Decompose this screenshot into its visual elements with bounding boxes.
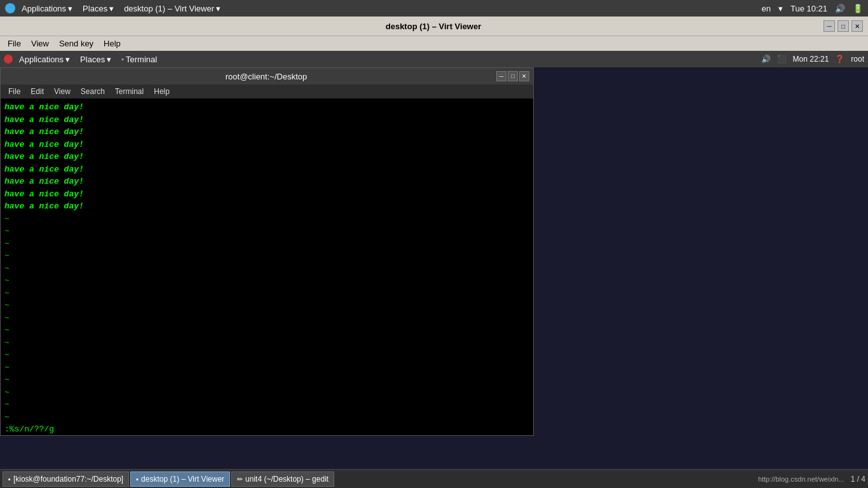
virt-close-button[interactable]: ✕ <box>851 20 863 32</box>
terminal-maximize-button[interactable]: □ <box>508 71 518 81</box>
host-url-hint: http://blog.csdn.net/weixln... <box>758 475 844 483</box>
host-window-title: desktop (1) – Virt Viewer ▾ <box>120 3 224 15</box>
kiosk-task-label: [kiosk@foundation77:~/Desktop] <box>13 475 123 484</box>
kiosk-task-icon: ▪ <box>8 475 11 483</box>
terminal-tilde: ~ <box>4 324 529 337</box>
terminal-output-line: have a nice day! <box>4 188 529 201</box>
host-task-virtviewer[interactable]: ▪ desktop (1) – Virt Viewer <box>130 471 230 487</box>
terminal-tilde: ~ <box>4 213 529 226</box>
guest-desktop: Applications ▾ Places ▾ ▪ Terminal 🔊 ⬛ M… <box>0 51 868 488</box>
terminal-tilde: ~ <box>4 299 529 312</box>
terminal-menu-terminal[interactable]: Terminal <box>110 86 149 97</box>
terminal-title-text: root@client:~/Desktop <box>36 72 496 81</box>
host-battery-icon: 🔋 <box>853 4 863 13</box>
virt-menubar: File View Send key Help <box>0 36 868 51</box>
host-applications-label: Applications <box>22 4 66 13</box>
guest-terminal-menu[interactable]: ▪ Terminal <box>118 53 161 65</box>
guest-time: Mon 22:21 <box>793 55 829 64</box>
virt-viewer-window: desktop (1) – Virt Viewer ─ □ ✕ File Vie… <box>0 17 868 488</box>
virt-menu-help[interactable]: Help <box>98 37 126 50</box>
host-task-kiosk[interactable]: ▪ [kiosk@foundation77:~/Desktop] <box>3 471 129 487</box>
host-applications-arrow: ▾ <box>68 4 72 13</box>
guest-topbar: Applications ▾ Places ▾ ▪ Terminal 🔊 ⬛ M… <box>0 51 868 67</box>
terminal-menubar: File Edit View Search Terminal Help <box>1 85 533 98</box>
host-topbar: Applications ▾ Places ▾ desktop (1) – Vi… <box>0 0 868 17</box>
terminal-tilde: ~ <box>4 274 529 287</box>
host-applications-menu[interactable]: Applications ▾ <box>18 3 76 15</box>
virt-task-icon: ▪ <box>136 475 139 483</box>
host-volume-icon[interactable]: 🔊 <box>835 4 845 13</box>
host-window-title-text: desktop (1) – Virt Viewer <box>124 4 214 13</box>
terminal-output-line: have a nice day! <box>4 139 529 151</box>
terminal-minimize-button[interactable]: ─ <box>496 71 506 81</box>
terminal-close-button[interactable]: ✕ <box>519 71 529 81</box>
terminal-command-line[interactable]: :%s/n/??/g <box>4 423 529 435</box>
terminal-output-line: have a nice day! <box>4 151 529 163</box>
guest-help-icon[interactable]: ❓ <box>835 55 844 64</box>
virt-menu-file[interactable]: File <box>3 37 26 50</box>
gedit-task-label: unit4 (~/Desktop) – gedit <box>245 475 329 484</box>
host-taskbar-right: http://blog.csdn.net/weixln... 1 / 4 <box>758 475 865 484</box>
host-time: Tue 10:21 <box>790 4 827 13</box>
terminal-output-line: have a nice day! <box>4 175 529 188</box>
terminal-tilde: ~ <box>4 349 529 362</box>
terminal-tilde: ~ <box>4 225 529 238</box>
host-language[interactable]: en <box>761 4 770 13</box>
terminal-menu-edit[interactable]: Edit <box>25 86 49 97</box>
guest-topbar-right: 🔊 ⬛ Mon 22:21 ❓ root <box>761 55 864 64</box>
guest-places-menu[interactable]: Places ▾ <box>76 53 115 65</box>
terminal-tilde: ~ <box>4 238 529 250</box>
terminal-tilde: ~ <box>4 411 529 424</box>
host-places-arrow: ▾ <box>109 4 114 13</box>
guest-fedora-icon <box>4 55 13 64</box>
host-taskbar-left: ▪ [kiosk@foundation77:~/Desktop] ▪ deskt… <box>3 471 334 487</box>
host-pager: 1 / 4 <box>851 475 865 484</box>
gedit-task-icon: ✏ <box>237 475 243 484</box>
host-places-menu[interactable]: Places ▾ <box>79 3 118 15</box>
terminal-output-line: have a nice day! <box>4 163 529 176</box>
virt-menu-sendkey[interactable]: Send key <box>54 37 98 50</box>
terminal-menu-file[interactable]: File <box>3 86 25 97</box>
fedora-icon <box>5 3 15 13</box>
terminal-tilde: ~ <box>4 362 529 374</box>
guest-user: root <box>851 55 864 64</box>
terminal-content[interactable]: have a nice day!have a nice day!have a n… <box>1 98 533 435</box>
guest-applications-label: Applications <box>19 55 64 64</box>
terminal-output-line: have a nice day! <box>4 101 529 114</box>
host-taskbar: ▪ [kiosk@foundation77:~/Desktop] ▪ deskt… <box>0 470 868 488</box>
guest-places-arrow: ▾ <box>107 55 111 64</box>
guest-applications-menu[interactable]: Applications ▾ <box>15 53 74 65</box>
terminal-menu-view[interactable]: View <box>49 86 76 97</box>
host-lang-arrow: ▾ <box>778 4 783 13</box>
terminal-menu-help[interactable]: Help <box>149 86 175 97</box>
host-task-gedit[interactable]: ✏ unit4 (~/Desktop) – gedit <box>231 471 334 487</box>
virt-titlebar: desktop (1) – Virt Viewer ─ □ ✕ <box>0 17 868 36</box>
guest-terminal-label: Terminal <box>126 55 157 64</box>
host-topbar-left: Applications ▾ Places ▾ desktop (1) – Vi… <box>5 3 224 15</box>
terminal-tilde: ~ <box>4 250 529 262</box>
virt-task-label: desktop (1) – Virt Viewer <box>141 475 224 484</box>
terminal-tilde: ~ <box>4 374 529 386</box>
guest-sound-icon[interactable]: 🔊 <box>761 55 771 64</box>
virt-title-text: desktop (1) – Virt Viewer <box>43 22 824 31</box>
terminal-tilde: ~ <box>4 287 529 300</box>
terminal-tilde: ~ <box>4 398 529 411</box>
terminal-tilde: ~ <box>4 262 529 275</box>
terminal-output-line: have a nice day! <box>4 126 529 139</box>
virt-minimize-button[interactable]: ─ <box>824 20 835 32</box>
terminal-output-line: have a nice day! <box>4 200 529 213</box>
guest-applications-arrow: ▾ <box>65 55 70 64</box>
host-places-label: Places <box>83 4 107 13</box>
virt-menu-view[interactable]: View <box>26 37 54 50</box>
virt-maximize-button[interactable]: □ <box>837 20 849 32</box>
terminal-output-line: have a nice day! <box>4 114 529 126</box>
guest-topbar-left: Applications ▾ Places ▾ ▪ Terminal <box>4 53 161 65</box>
terminal-tilde: ~ <box>4 337 529 349</box>
guest-places-label: Places <box>80 55 105 64</box>
virt-titlebar-buttons: ─ □ ✕ <box>824 20 863 32</box>
terminal-menu-search[interactable]: Search <box>76 86 110 97</box>
terminal-window: root@client:~/Desktop ─ □ ✕ File Edit Vi… <box>0 67 534 436</box>
terminal-titlebar-buttons: ─ □ ✕ <box>496 71 529 81</box>
host-window-arrow: ▾ <box>216 4 220 13</box>
guest-display-icon: ⬛ <box>777 55 787 64</box>
